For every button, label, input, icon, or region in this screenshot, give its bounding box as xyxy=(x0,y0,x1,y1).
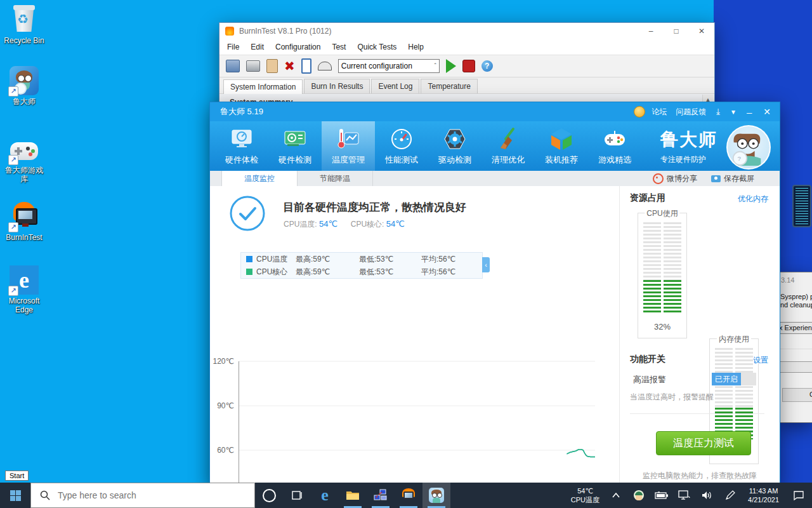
taskbar-edge-button[interactable]: e xyxy=(311,483,339,508)
tab-cooling[interactable]: 节能降温 xyxy=(298,171,373,186)
taskbar-network-app-button[interactable] xyxy=(367,483,395,508)
tray-cpu-temp[interactable]: 54℃ CPU温度 xyxy=(566,483,605,508)
minimize-button[interactable]: – xyxy=(638,27,664,36)
tab-event-log[interactable]: Event Log xyxy=(371,79,419,93)
taskbar-burnintest-button[interactable] xyxy=(395,483,422,508)
weibo-share-button[interactable]: 微博分享 xyxy=(653,171,697,186)
cpu-temp-value: 54℃ xyxy=(319,219,337,229)
legend-collapse-button[interactable]: ‹ xyxy=(482,257,490,272)
menu-help[interactable]: Help xyxy=(408,43,424,51)
chart-legend: CPU温度 最高:59℃ 最低:53℃ 平均:56℃ CPU核心 最高:59℃ … xyxy=(240,252,483,279)
desktop-icon-burnintest[interactable]: ↗ BurnInTest xyxy=(2,202,46,242)
help-button[interactable]: ? xyxy=(481,60,493,72)
nav-temperature[interactable]: 温度管理 xyxy=(322,121,375,171)
legend-row-cpu-core: CPU核心 最高:59℃ 最低:53℃ 平均:56℃ xyxy=(241,265,482,278)
tab-temperature[interactable]: Temperature xyxy=(421,79,477,93)
nav-hardware-checkup[interactable]: 硬件体检 xyxy=(215,121,268,171)
taskbar-file-explorer-button[interactable] xyxy=(339,483,367,508)
desktop-icon-recycle-bin[interactable]: ♻ Recycle Bin xyxy=(2,5,46,45)
mascot-avatar[interactable]: ? xyxy=(726,125,771,170)
gauge-icon[interactable] xyxy=(318,62,332,70)
temperature-stress-test-button[interactable]: 温度压力测试 xyxy=(656,431,751,455)
menu-file[interactable]: File xyxy=(227,43,239,51)
start-button[interactable] xyxy=(0,483,30,508)
configuration-select[interactable]: Current configuration ˆ xyxy=(338,59,440,73)
save-screenshot-button[interactable]: 保存截屏 xyxy=(711,171,754,186)
taskbar-ludashi-button[interactable] xyxy=(422,483,450,508)
burnintest-titlebar[interactable]: BurnInTest V8.1 Pro (1012) – □ ✕ xyxy=(219,23,714,39)
ludashi-sidebar: 资源占用 优化内存 CPU使用 32% 内存使用 1.3 GB 功能开关 设置 xyxy=(619,186,780,487)
print-icon[interactable] xyxy=(246,60,260,72)
y-tick-90: 90℃ xyxy=(210,401,234,410)
desktop-icon-label: BurnInTest xyxy=(2,233,46,242)
nav-game-selection[interactable]: 游戏精选 xyxy=(588,121,641,171)
nav-build-recommend[interactable]: 装机推荐 xyxy=(535,121,588,171)
tray-clock[interactable]: 11:43 AM 4/21/2021 xyxy=(742,483,785,508)
sysprep-dropdown-fragment[interactable]: x Experien xyxy=(779,322,812,334)
sysprep-button-fragment[interactable]: C xyxy=(782,388,812,402)
save-report-icon[interactable] xyxy=(226,60,240,72)
nav-label: 清理优化 xyxy=(492,154,525,166)
delete-icon[interactable]: ✖ xyxy=(284,60,295,72)
tray-network[interactable] xyxy=(673,483,696,508)
medal-icon[interactable] xyxy=(634,106,645,117)
tray-battery[interactable] xyxy=(650,483,673,508)
gear-icon xyxy=(442,126,468,152)
tab-burn-in-results[interactable]: Burn In Results xyxy=(304,79,370,93)
gamepad-icon xyxy=(602,126,627,152)
start-tests-button[interactable] xyxy=(446,59,456,73)
tray-show-hidden-icons[interactable] xyxy=(605,483,627,508)
desktop-icon-ludashi-games[interactable]: ↗ 鲁大师游戏 库 xyxy=(2,140,46,184)
settings-link[interactable]: 设置 xyxy=(753,355,768,366)
menu-quick-tests[interactable]: Quick Tests xyxy=(357,43,396,51)
tab-temperature-monitor[interactable]: 温度监控 xyxy=(221,171,298,186)
clipboard-icon[interactable] xyxy=(266,59,278,73)
dropdown-caret-icon[interactable]: ▼ xyxy=(730,109,737,116)
download-icon[interactable]: ⤓ xyxy=(716,107,720,117)
burnintest-window-title: BurnInTest V8.1 Pro (1012) xyxy=(239,27,331,36)
taskbar-search[interactable] xyxy=(30,483,255,508)
ludashi-window: 鲁大师 5.19 论坛 问题反馈 ⤓ ▼ – ✕ 硬件体检 xyxy=(209,102,780,488)
forum-link[interactable]: 论坛 xyxy=(652,107,667,117)
tray-ludashi-mascot[interactable] xyxy=(627,483,650,508)
brand-block: 鲁大师 专注硬件防护 xyxy=(660,121,717,171)
action-center-button[interactable] xyxy=(785,483,812,508)
nav-label: 硬件检测 xyxy=(278,154,311,166)
nav-cleanup[interactable]: 清理优化 xyxy=(481,121,535,171)
sysprep-dropdown2-fragment[interactable] xyxy=(779,361,812,373)
cortana-button[interactable] xyxy=(255,483,283,508)
close-button[interactable]: ✕ xyxy=(689,27,714,36)
resource-usage-title: 资源占用 xyxy=(630,192,665,204)
desktop-icon-label-line2: Edge xyxy=(2,305,46,314)
stop-tests-button[interactable] xyxy=(462,60,475,72)
toggle-state-label: 已开启 xyxy=(712,373,741,385)
menu-test[interactable]: Test xyxy=(332,43,346,51)
nav-performance-test[interactable]: 性能测试 xyxy=(375,121,428,171)
nav-hardware-test[interactable]: 硬件检测 xyxy=(268,121,322,171)
maximize-button[interactable]: □ xyxy=(664,27,689,36)
close-button[interactable]: ✕ xyxy=(763,107,771,117)
cpu-core-value: 54℃ xyxy=(386,219,405,229)
search-input[interactable] xyxy=(56,490,237,501)
feedback-link[interactable]: 问题反馈 xyxy=(676,107,706,117)
tray-volume[interactable] xyxy=(696,483,719,508)
menu-configuration[interactable]: Configuration xyxy=(275,43,320,51)
desktop-icon-ludashi[interactable]: ↗ 鲁大师 xyxy=(2,66,46,106)
broom-icon xyxy=(495,126,521,152)
cortana-icon xyxy=(263,489,276,502)
optimize-memory-link[interactable]: 优化内存 xyxy=(738,194,768,204)
high-temp-alarm-toggle[interactable]: 已开启 xyxy=(712,373,756,385)
task-view-button[interactable] xyxy=(283,483,311,508)
battery-test-icon[interactable] xyxy=(301,58,311,74)
tab-system-information[interactable]: System Information xyxy=(223,79,303,94)
tray-pen[interactable] xyxy=(719,483,742,508)
desktop-icon-edge[interactable]: e ↗ Microsoft Edge xyxy=(2,265,46,314)
menu-edit[interactable]: Edit xyxy=(251,43,264,51)
ludashi-titlebar[interactable]: 鲁大师 5.19 论坛 问题反馈 ⤓ ▼ – ✕ xyxy=(210,102,780,121)
burnintest-menubar: File Edit Configuration Test Quick Tests… xyxy=(219,39,714,55)
minimize-button[interactable]: – xyxy=(747,107,752,117)
search-icon xyxy=(40,490,50,500)
file-explorer-icon xyxy=(346,490,360,501)
speaker-icon xyxy=(702,491,713,500)
nav-driver-detection[interactable]: 驱动检测 xyxy=(428,121,481,171)
